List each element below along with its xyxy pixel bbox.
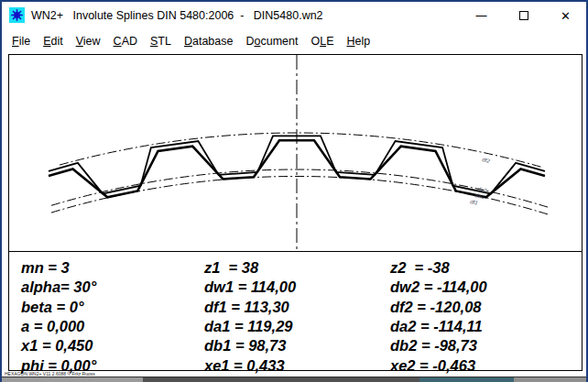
menu-item-view[interactable]: View — [70, 33, 107, 49]
menu-item-help[interactable]: Help — [340, 33, 376, 49]
starburst-icon — [11, 9, 23, 21]
parameter-value: alpha= 30° — [21, 279, 96, 295]
parameter-value: da1 = 119,29 — [204, 319, 292, 334]
parameter-value: a = 0,000 — [21, 319, 84, 334]
parameter-value: db2 = -98,73 — [390, 338, 477, 354]
parameter-value: da2 = -114,11 — [390, 319, 483, 334]
title-bar[interactable]: WN2+ Involute Splines DIN 5480:2006 - DI… — [2, 2, 586, 29]
parameter-value: z2 = -38 — [390, 260, 450, 276]
arc-label: dw1 — [474, 192, 485, 200]
parameter-value: xe2 = -0,463 — [390, 358, 475, 374]
parameter-value: beta = 0° — [21, 300, 84, 315]
parameter-value: df1 = 113,30 — [204, 300, 289, 315]
app-window: WN2+ Involute Splines DIN 5480:2006 - DI… — [0, 0, 588, 382]
minimize-button[interactable]: — — [461, 2, 502, 29]
reference-circle-arc — [60, 133, 541, 167]
parameter-value: dw1 = 114,00 — [204, 279, 296, 295]
parameter-value: mn = 3 — [21, 260, 70, 276]
menu-item-cad[interactable]: CAD — [107, 33, 144, 49]
app-icon — [9, 7, 25, 23]
menu-item-document[interactable]: Document — [239, 33, 304, 49]
maximize-icon — [519, 11, 528, 20]
menu-bar: FileEditViewCADSTLDatabaseDocumentOLEHel… — [5, 31, 376, 51]
parameter-value: dw2 = -114,00 — [390, 279, 487, 295]
parameter-value: xe1 = 0,433 — [204, 358, 285, 374]
parameter-value: db1 = 98,73 — [204, 338, 286, 354]
maximize-button[interactable] — [503, 2, 544, 29]
menu-item-ole[interactable]: OLE — [304, 33, 340, 49]
parameter-value: df2 = -120,08 — [390, 300, 482, 315]
arc-label: df2 — [482, 157, 491, 164]
parameter-value: x1 = 0,450 — [21, 338, 93, 354]
menu-item-database[interactable]: Database — [178, 33, 240, 49]
window-bottom-edge — [2, 377, 588, 382]
parameter-panel: mn = 3alpha= 30°beta = 0°a = 0,000x1 = 0… — [8, 251, 583, 371]
menu-item-stl[interactable]: STL — [144, 33, 178, 49]
window-title: WN2+ Involute Splines DIN 5480:2006 - DI… — [31, 9, 323, 22]
menu-item-edit[interactable]: Edit — [37, 33, 70, 49]
spline-drawing-panel: df2da2dw1df1 — [8, 54, 583, 252]
arc-label: df1 — [470, 199, 478, 206]
close-button[interactable]: ✕ — [545, 2, 586, 29]
menu-item-file[interactable]: File — [5, 33, 37, 49]
parameter-value: z1 = 38 — [204, 260, 258, 276]
involute-spline-drawing: df2da2dw1df1 — [9, 55, 582, 251]
